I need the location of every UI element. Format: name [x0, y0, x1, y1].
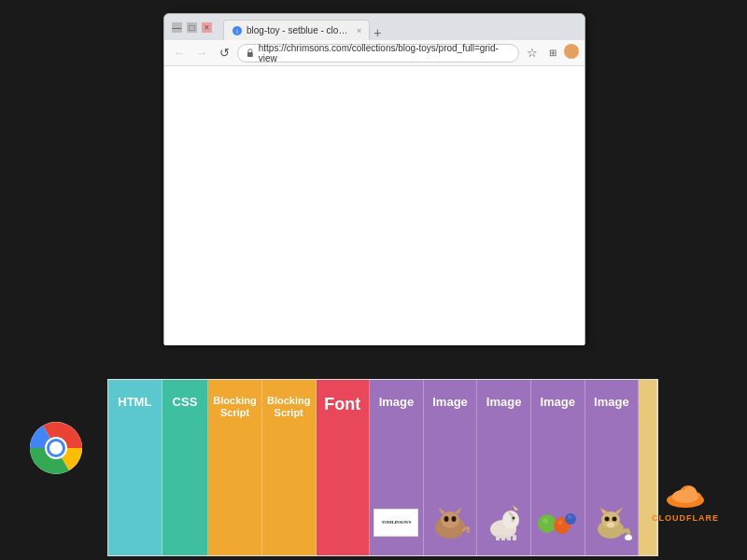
resource-image2-thumb — [428, 497, 473, 548]
svg-point-6 — [49, 441, 63, 455]
svg-point-23 — [543, 518, 548, 524]
resource-html-thumb — [112, 497, 158, 548]
svg-point-13 — [448, 522, 452, 525]
svg-point-26 — [565, 513, 576, 525]
svg-rect-2 — [247, 52, 253, 57]
tab-bar: i blog-toy - setblue - cloud... × + — [223, 14, 577, 40]
resource-image1-label: Image — [379, 387, 415, 409]
resource-image2-label: Image — [432, 387, 468, 409]
resource-html-label: HTML — [118, 387, 151, 409]
tab-close-icon[interactable]: × — [357, 26, 361, 35]
svg-point-35 — [612, 516, 616, 521]
window-controls: — □ × — [172, 22, 212, 33]
cat-thumbnail — [429, 505, 472, 540]
svg-point-38 — [625, 535, 632, 540]
account-avatar[interactable] — [564, 44, 579, 59]
browser-titlebar: — □ × i blog-toy - setblue - cloud... × … — [164, 14, 585, 40]
svg-point-11 — [444, 516, 449, 522]
resource-image1-thumb: TOMLINSON'S — [374, 497, 419, 548]
new-tab-button[interactable]: + — [374, 25, 381, 40]
resource-blocking1-label: BlockingScript — [213, 387, 256, 419]
resource-css[interactable]: CSS — [162, 380, 209, 555]
tab-favicon: i — [232, 25, 243, 36]
toolbar-actions: ☆ ⊞ — [523, 44, 579, 63]
resource-css-thumb — [166, 497, 204, 548]
svg-rect-17 — [496, 535, 500, 540]
forward-button[interactable]: → — [192, 44, 211, 63]
reload-button[interactable]: ↺ — [215, 44, 233, 63]
resource-image4-thumb — [535, 497, 581, 548]
svg-point-34 — [604, 516, 609, 521]
cloudflare-text: CLOUDFLARE — [652, 513, 719, 523]
minimize-button[interactable]: — — [172, 22, 182, 33]
tomlinsons-thumbnail: TOMLINSON'S — [374, 509, 418, 537]
resource-blocking2-thumb — [266, 497, 312, 548]
svg-point-45 — [684, 486, 697, 499]
resource-blocking1[interactable]: BlockingScript — [208, 380, 262, 555]
resource-font-thumb — [320, 497, 366, 548]
resource-font-label: Font — [324, 387, 360, 414]
resource-panel: HTML CSS BlockingScript BlockingScript F… — [107, 379, 658, 556]
resource-extra — [639, 380, 657, 555]
resource-image3-label: Image — [486, 387, 522, 409]
chrome-logo — [28, 420, 84, 476]
resource-font[interactable]: Font — [317, 380, 371, 555]
svg-point-25 — [558, 520, 563, 525]
back-button[interactable]: ← — [170, 44, 189, 63]
lock-icon — [246, 49, 255, 58]
svg-rect-18 — [501, 536, 505, 540]
svg-rect-20 — [513, 535, 516, 540]
horse-thumbnail — [483, 505, 526, 540]
svg-point-21 — [512, 516, 514, 519]
resource-bar: HTML CSS BlockingScript BlockingScript F… — [108, 380, 657, 555]
resource-css-label: CSS — [173, 387, 198, 409]
svg-point-12 — [452, 516, 457, 522]
resource-image2[interactable]: Image — [424, 380, 478, 555]
browser-window: — □ × i blog-toy - setblue - cloud... × … — [163, 13, 585, 344]
browser-toolbar: ← → ↺ https://chrimsons.com/collections/… — [164, 40, 585, 66]
svg-point-22 — [538, 514, 557, 533]
resource-image3-thumb — [481, 497, 527, 548]
extensions-button[interactable]: ⊞ — [543, 44, 562, 63]
cloudflare-area: CLOUDFLARE — [652, 482, 719, 523]
resource-image4[interactable]: Image — [531, 380, 585, 555]
maximize-button[interactable]: □ — [187, 22, 197, 33]
browser-content — [164, 66, 585, 345]
resource-blocking2[interactable]: BlockingScript — [262, 380, 317, 555]
resource-image3[interactable]: Image — [477, 380, 531, 555]
svg-marker-10 — [455, 507, 462, 514]
address-bar[interactable]: https://chrimsons.com/collections/blog-t… — [237, 44, 519, 63]
svg-marker-16 — [513, 505, 518, 511]
resource-blocking2-label: BlockingScript — [267, 387, 310, 419]
resource-image5-label: Image — [594, 387, 629, 409]
close-button[interactable]: × — [202, 22, 212, 33]
chrome-icon — [28, 420, 84, 476]
balls-thumbnail — [536, 505, 579, 540]
fox-thumbnail — [590, 505, 633, 540]
tab-title: blog-toy - setblue - cloud... — [247, 25, 349, 35]
address-text: https://chrimsons.com/collections/blog-t… — [259, 43, 511, 63]
resource-image5[interactable]: Image — [585, 380, 640, 555]
active-tab[interactable]: i blog-toy - setblue - cloud... × — [223, 20, 370, 40]
resource-blocking1-thumb — [212, 497, 258, 548]
resource-image1[interactable]: Image TOMLINSON'S — [370, 380, 424, 555]
cloudflare-cloud-icon — [662, 482, 709, 510]
resource-html[interactable]: HTML — [108, 380, 162, 555]
svg-point-37 — [607, 522, 614, 527]
svg-marker-9 — [438, 507, 445, 514]
svg-point-27 — [568, 515, 571, 519]
svg-rect-19 — [507, 536, 511, 540]
bookmark-button[interactable]: ☆ — [523, 44, 542, 63]
resource-image4-label: Image — [540, 387, 575, 409]
svg-point-8 — [441, 511, 459, 528]
resource-image5-thumb — [589, 497, 635, 548]
